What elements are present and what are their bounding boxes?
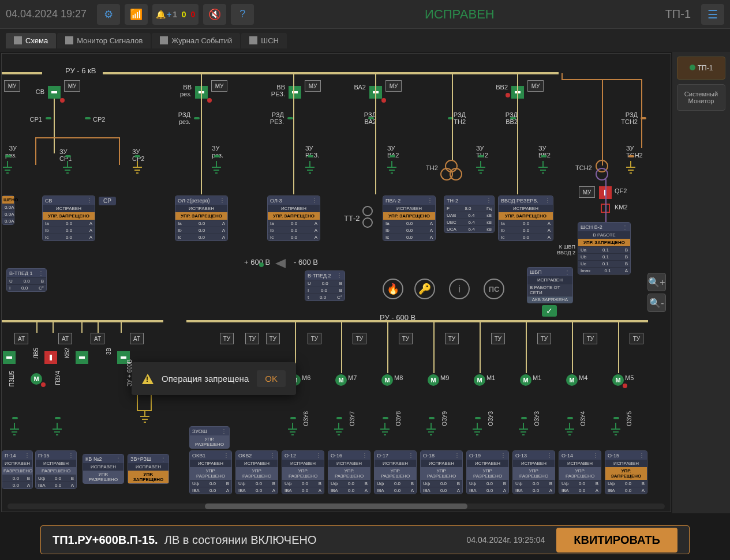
panel-o14[interactable]: О-14⋮ИСПРАВЕНУПР. РАЗРЕШЕНОUф0.0ВIВА0.0А xyxy=(559,450,601,494)
bk-lv5[interactable] xyxy=(44,351,57,364)
ps-icon[interactable]: ПС xyxy=(484,279,504,299)
sidebar-item-tp1[interactable]: ТП-1 xyxy=(677,57,725,80)
mu-box-3[interactable]: МУ xyxy=(211,80,227,92)
key-icon[interactable]: 🔑 xyxy=(414,279,435,299)
tu-11[interactable]: ТУ xyxy=(630,333,643,344)
at-3[interactable]: АТ xyxy=(91,333,104,344)
panel-p14[interactable]: П-14⋮ИСПРАВЕНРАЗРЕШЕНО0.0В0.0А xyxy=(2,450,33,489)
panel-o12[interactable]: О-12⋮ИСПРАВЕНУПР. РАЗРЕШЕНОUф0.0ВIВА0.0А xyxy=(282,450,324,494)
panel-zuosh[interactable]: ЗУОШ⋮ УПР. РАЗРЕШЕНО xyxy=(189,426,230,449)
tu-3[interactable]: ТУ xyxy=(266,333,280,344)
tu-4[interactable]: ТУ xyxy=(308,333,321,344)
bk-kv2[interactable] xyxy=(76,351,88,364)
disc-rzd-va2[interactable] xyxy=(368,117,374,119)
panel-sv[interactable]: СВ⋮ИСПРАВЕНУПР. ЗАПРЕЩЕНОIa0.0АIb0.0АIc0… xyxy=(42,196,95,241)
motor-m5[interactable]: M xyxy=(612,374,624,386)
panel-ol3[interactable]: ОЛ-3⋮ИСПРАВЕНУПР. ЗАПРЕЩЕНОIa0.0АIb0.0АI… xyxy=(267,196,320,241)
panel-vvod[interactable]: ВВОД РЕЗЕРВ.⋮ИСПРАВЕНУПР. ЗАПРЕЩЕНОIa0.0… xyxy=(498,196,553,241)
disc-zu-th2[interactable] xyxy=(478,155,484,157)
mute-button[interactable]: 🔇 xyxy=(203,4,226,25)
tu-5[interactable]: ТУ xyxy=(353,333,366,344)
panel-o15[interactable]: О-15⋮ИСПРАВЕНУПР. ЗАПРЕЩЕНОUф0.0ВIВА0.0А xyxy=(605,450,647,494)
disc-sr2[interactable] xyxy=(85,117,91,119)
panel-okv2[interactable]: ОКВ2⋮ИСПРАВЕНУПР. РАЗРЕШЕНОUф0.0ВIВА0.0А xyxy=(235,450,278,494)
panel-tn2[interactable]: ТН-2⋮F8.0ГцUAB6.4кВUBC6.4кВUCA6.4кВ xyxy=(444,196,495,233)
disc-zu-sr2[interactable] xyxy=(134,155,140,157)
panel-o19[interactable]: О-19⋮ИСПРАВЕНУПР. РАЗРЕШЕНОUф0.0ВIВА0.0А xyxy=(466,450,509,494)
panel-shsn[interactable]: ШСН В-2⋮ В РАБОТЕ УПР. ЗАПРЕЩЕНО Ua0.1В … xyxy=(578,222,631,275)
zoom-out-button[interactable]: 🔍- xyxy=(647,294,666,312)
motor-m4[interactable]: M xyxy=(566,374,578,386)
disc-zu-vv2[interactable] xyxy=(541,155,546,157)
disc-b1[interactable] xyxy=(12,417,18,419)
panel-btped1[interactable]: В-ТПЕД 1⋮U0.0ВI0.0С° xyxy=(6,268,47,292)
panel-p15[interactable]: П-15⋮ИСПРАВЕНРАЗРЕШЕНОUф0.0ВIВА0.0А xyxy=(35,450,77,489)
disc-rzd-rez[interactable] xyxy=(194,117,200,119)
toast-ok-button[interactable]: OK xyxy=(257,370,286,387)
motor-m1b[interactable]: M xyxy=(520,374,531,386)
at-4[interactable]: АТ xyxy=(130,333,144,344)
tu-1[interactable]: ТУ xyxy=(220,333,234,344)
settings-button[interactable]: ⚙ xyxy=(97,4,120,25)
tu-10[interactable]: ТУ xyxy=(583,333,597,344)
panel-o16[interactable]: О-16⋮ИСПРАВЕНУПР. РАЗРЕШЕНОUф0.0ВIВА0.0А xyxy=(328,450,370,494)
disc-zu-rezb[interactable] xyxy=(308,155,313,157)
panel-kv2[interactable]: КВ №2⋮ИСПРАВЕНУПР. РАЗРЕШЕНО xyxy=(83,454,124,484)
panel-okv1[interactable]: ОКВ1⋮ИСПРАВЕНУПР. РАЗРЕШЕНОUф0.0ВIВА0.0А xyxy=(189,450,232,494)
at-2[interactable]: АТ xyxy=(58,333,72,344)
motor-m1[interactable]: M xyxy=(474,374,485,386)
mu-box-1[interactable]: МУ xyxy=(4,80,20,92)
alarms-button[interactable]: 🔔 +1 0 0 xyxy=(152,4,199,25)
at-1[interactable]: АТ xyxy=(14,333,28,344)
disc-zu-va2[interactable] xyxy=(390,155,395,157)
help-button[interactable]: ? xyxy=(231,4,254,25)
disc-zu-rez[interactable] xyxy=(5,155,11,157)
disc-zu-rez2[interactable] xyxy=(214,155,220,157)
panel-shbp[interactable]: ШБП⋮ ИСПРАВЕН В РАБОТЕ ОТ СЕТИ АКБ ЗАРЯЖ… xyxy=(527,267,573,303)
panel-o13[interactable]: О-13⋮ИСПРАВЕНУПР. РАЗРЕШЕНОUф0.0ВIВА0.0А xyxy=(512,450,555,494)
scada-canvas[interactable]: РУ - 6 кВ МУ СВ МУ ВВ рез. МУ ВВ РЕЗ. МУ… xyxy=(1,53,671,512)
disc-rzd-vv2[interactable] xyxy=(510,117,516,119)
menu-button[interactable]: ☰ xyxy=(701,4,724,25)
tu-7[interactable]: ТУ xyxy=(445,333,459,344)
motor-m9[interactable]: M xyxy=(428,374,439,386)
tu-9[interactable]: ТУ xyxy=(537,333,551,344)
mu-box-6[interactable]: МУ xyxy=(527,80,544,92)
disc-zu-sr1[interactable] xyxy=(65,155,71,157)
breaker-sv[interactable] xyxy=(48,86,61,99)
wifi-button[interactable]: 📶 xyxy=(125,4,148,25)
tu-6[interactable]: ТУ xyxy=(399,333,413,344)
mu-box-5[interactable]: МУ xyxy=(385,80,402,92)
breaker-vvrezb[interactable] xyxy=(289,86,301,99)
motor-left[interactable]: M xyxy=(31,373,42,385)
motor-m7[interactable]: M xyxy=(335,374,347,386)
tu-2[interactable]: ТУ xyxy=(245,333,259,344)
bk-f1[interactable] xyxy=(3,351,16,364)
tab-shsn[interactable]: ШСН xyxy=(241,33,287,48)
panel-ol2[interactable]: ОЛ-2(резерв)⋮ИСПРАВЕНУПР. ЗАПРЕЩЕНОIa0.0… xyxy=(175,196,228,241)
panel-o18[interactable]: О-18⋮ИСПРАВЕНУПР. РАЗРЕШЕНОUф0.0ВIВА0.0А xyxy=(420,450,463,494)
acknowledge-button[interactable]: КВИТИРОВАТЬ xyxy=(556,528,677,553)
disc-rzd-tsh2[interactable] xyxy=(641,117,646,119)
panel-sr[interactable]: СР xyxy=(99,197,116,205)
disc-sr1[interactable] xyxy=(46,117,51,119)
panel-o17[interactable]: О-17⋮ИСПРАВЕНУПР. РАЗРЕШЕНОUф0.0ВIВА0.0А xyxy=(374,450,417,494)
mu-box-qf2[interactable]: МУ xyxy=(579,186,595,198)
tab-log[interactable]: Журнал Событий xyxy=(152,33,240,48)
tab-signals[interactable]: Монитор Сигналов xyxy=(57,33,151,48)
scrollbar-thumb[interactable] xyxy=(205,503,468,509)
tab-scheme[interactable]: Схема xyxy=(6,33,56,48)
mu-box-2[interactable]: МУ xyxy=(64,80,80,92)
panel-partial[interactable]: ШЕНО0.0А0.0А0.0А xyxy=(2,196,14,225)
motor-m8[interactable]: M xyxy=(381,374,393,386)
disc-rzd-rezb[interactable] xyxy=(287,117,293,119)
mu-box-4[interactable]: МУ xyxy=(305,80,321,92)
panel-zvrzsh[interactable]: ЗВ+РЗШ⋮ИСПРАВЕНУПР. ЗАПРЕЩЕНО xyxy=(128,454,169,484)
tu-8[interactable]: ТУ xyxy=(491,333,505,344)
horizontal-scrollbar[interactable] xyxy=(8,503,665,509)
disc-zu-tsh2[interactable] xyxy=(628,155,634,157)
panel-pva2[interactable]: ПВА-2⋮ИСПРАВЕНУПР. ЗАПРЕЩЕНОIa0.0АIb0.0А… xyxy=(383,196,436,241)
panel-btped2[interactable]: В-ТПЕД 2⋮U0.0ВI0.0Вt0.0С° xyxy=(305,270,345,301)
disc-b2[interactable] xyxy=(55,417,61,419)
zoom-in-button[interactable]: 🔍+ xyxy=(647,273,666,291)
